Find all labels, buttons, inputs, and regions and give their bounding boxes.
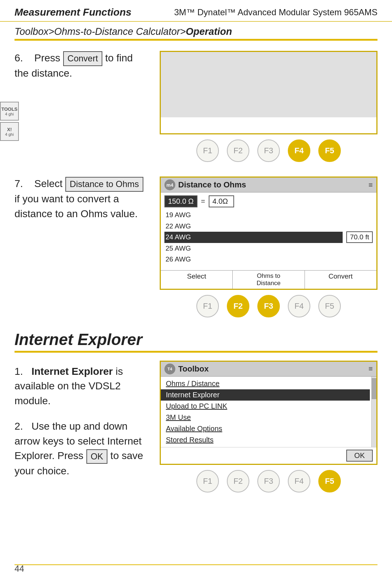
dto-bottom-bar: Select Ohms toDistance Convert (161, 270, 376, 289)
toolbox-bottom: OK (161, 447, 376, 464)
toolbox-ok-btn[interactable]: OK (346, 450, 373, 462)
toolbox-list-item[interactable]: Ohms / Distance (161, 378, 370, 389)
dto-list-item[interactable]: 26 AWG (164, 254, 343, 265)
dto-select-btn[interactable]: Select (161, 271, 233, 289)
toolbox-title: Toolbox (178, 364, 209, 374)
dto-menu-icon[interactable]: ≡ (368, 181, 373, 189)
toolbox-list-item[interactable]: Internet Explorer (161, 389, 370, 401)
fn-btn-f1[interactable]: F1 (196, 139, 219, 162)
step-6-number: 6. (15, 52, 23, 64)
header-right: 3M™ Dynatel™ Advanced Modular System 965… (174, 7, 377, 17)
ie-divider (15, 351, 377, 353)
step-6-text: 6. Press Convert to find the distance. (15, 51, 149, 81)
page-number: 44 (15, 564, 24, 574)
fn-btn-f4[interactable]: F4 (288, 139, 310, 162)
step-6: 6. Press Convert to find the distance. F… (15, 51, 377, 162)
dto-title: Distance to Ohms (178, 180, 246, 190)
side-icons: TOOLS 4 ghi X! 4 ghi (0, 102, 19, 141)
dto-ohms-to-distance-btn[interactable]: Ohms toDistance (233, 271, 305, 289)
fn-btn-f1[interactable]: F1 (196, 295, 219, 317)
section-heading-bold: Operation (186, 26, 232, 37)
ie-steps-left: 1. Internet Explorer is available on the… (15, 361, 149, 479)
dto-output: 4.0Ω (209, 195, 234, 207)
dto-icon: m4 (164, 179, 175, 190)
dto-list-row: 19 AWG22 AWG24 AWG25 AWG26 AWG70.0 ft (164, 210, 373, 265)
ie-section: Internet Explorer 1. Internet Explorer i… (0, 330, 392, 492)
step-7-number: 7. (15, 178, 23, 189)
bottom-divider (15, 564, 377, 565)
ie-step-2-number: 2. (15, 421, 23, 432)
ok-button-inline[interactable]: OK (86, 449, 108, 464)
fn-btn-f1[interactable]: F1 (196, 470, 219, 492)
toolbox-list-item[interactable]: Available Options (161, 423, 370, 434)
dto-list-item[interactable]: 19 AWG (164, 210, 343, 221)
ie-step-screen: T4 Toolbox ≡ Ohms / DistanceInternet Exp… (160, 361, 377, 492)
header-left: Measurement Functions (15, 7, 131, 18)
section-heading-normal: Toolbox>Ohms-to-Distance Calculator> (15, 26, 186, 37)
fn-buttons-2: F1F2F3F4F5 (160, 295, 377, 317)
fn-btn-f4[interactable]: F4 (288, 470, 310, 492)
toolbox-icon: T4 (164, 364, 175, 374)
fn-btn-f3[interactable]: F3 (257, 139, 280, 162)
dto-list-item[interactable]: 25 AWG (164, 243, 343, 254)
xi-icon: X! 4 ghi (0, 122, 19, 141)
fn-btn-f5[interactable]: F5 (318, 470, 341, 492)
fn-btn-f2[interactable]: F2 (227, 139, 249, 162)
fn-btn-f5[interactable]: F5 (318, 295, 341, 317)
fn-btn-f2[interactable]: F2 (227, 470, 249, 492)
fn-btn-f3[interactable]: F3 (257, 470, 280, 492)
dto-row1: 150.0 Ω = 4.0Ω (164, 195, 373, 207)
ie-steps-and-screen: 1. Internet Explorer is available on the… (0, 361, 392, 492)
dto-input[interactable]: 150.0 Ω (164, 195, 197, 207)
page-header: Measurement Functions 3M™ Dynatel™ Advan… (0, 0, 392, 22)
fn-btn-f3[interactable]: F3 (257, 295, 280, 317)
toolbox-body: Ohms / DistanceInternet ExplorerUpload t… (161, 377, 376, 447)
step-7-before: Select (34, 178, 65, 189)
dto-list-item[interactable]: 22 AWG (164, 221, 343, 232)
screen-gray-area (161, 52, 376, 117)
distance-to-ohms-button-inline[interactable]: Distance to Ohms (65, 177, 143, 192)
device-screen-1 (160, 51, 377, 134)
step-7-after: if you want to convert a distance to an … (15, 193, 138, 219)
toolbox-menu-icon[interactable]: ≡ (368, 365, 373, 373)
ie-step-1: 1. Internet Explorer is available on the… (15, 364, 149, 409)
section-divider (15, 39, 377, 41)
toolbox-screen: T4 Toolbox ≡ Ohms / DistanceInternet Exp… (160, 361, 377, 465)
fn-buttons-3: F1F2F3F4F5 (160, 470, 377, 492)
step-6-screen: F1F2F3F4F5 (160, 51, 377, 162)
toolbox-list-item[interactable]: 3M Use (161, 412, 370, 423)
ie-step-1-bold: Internet Explorer (32, 366, 113, 377)
dto-list-item[interactable]: 24 AWG (164, 232, 343, 243)
ie-step-2: 2. Use the up and down arrow keys to sel… (15, 419, 149, 479)
convert-button-inline[interactable]: Convert (63, 51, 102, 66)
dto-equals: = (201, 197, 205, 206)
dto-list: 19 AWG22 AWG24 AWG25 AWG26 AWG (164, 210, 343, 265)
dto-convert-btn[interactable]: Convert (305, 271, 376, 289)
step-7-screen: m4 Distance to Ohms ≡ 150.0 Ω = 4.0Ω 19 … (160, 177, 377, 317)
toolbox-scrollbar[interactable] (371, 377, 376, 447)
ie-title: Internet Explorer (0, 330, 392, 349)
toolbox-list-item[interactable]: Upload to PC LINK (161, 401, 370, 412)
fn-btn-f5[interactable]: F5 (318, 139, 341, 162)
step-7: 7. Select Distance to Ohms if you want t… (15, 177, 377, 317)
fn-buttons-1: F1F2F3F4F5 (160, 139, 377, 162)
step-7-text: 7. Select Distance to Ohms if you want t… (15, 177, 149, 221)
toolbox-title-bar: T4 Toolbox ≡ (161, 362, 376, 377)
dto-screen: m4 Distance to Ohms ≡ 150.0 Ω = 4.0Ω 19 … (160, 177, 377, 290)
dto-body: 150.0 Ω = 4.0Ω 19 AWG22 AWG24 AWG25 AWG2… (161, 192, 376, 268)
section-heading: Toolbox>Ohms-to-Distance Calculator>Oper… (0, 22, 392, 37)
tools-icon: TOOLS 4 ghi (0, 102, 19, 121)
dto-right-value: 70.0 ft (346, 231, 373, 243)
dto-title-bar: m4 Distance to Ohms ≡ (161, 178, 376, 192)
scrollbar-thumb (372, 378, 376, 399)
toolbox-list-item[interactable]: Stored Results (161, 434, 370, 446)
fn-btn-f4[interactable]: F4 (288, 295, 310, 317)
fn-btn-f2[interactable]: F2 (227, 295, 249, 317)
ie-step-1-number: 1. (15, 366, 23, 377)
step-6-before: Press (34, 52, 63, 64)
